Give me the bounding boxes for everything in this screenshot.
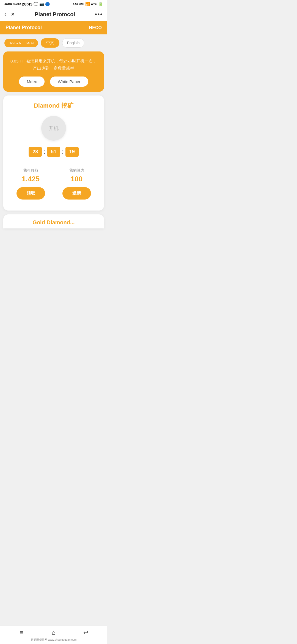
- stats-row: 我可领取 1.425 领取 我的算力 100 邀请: [8, 168, 100, 200]
- status-bar: 4GHD 4GHD 20:43 💬 📷 🔵 0.50 KB/s 📶 43% 🔋: [0, 0, 107, 8]
- notification-icon: 📷: [39, 2, 44, 6]
- timer-minutes: 51: [47, 147, 60, 157]
- partial-card: Gold Diamond...: [3, 214, 104, 228]
- network-speed: 0.50 KB/s: [73, 3, 84, 6]
- banner-chain: HECO: [89, 25, 102, 30]
- earnings-label: 我可领取: [16, 168, 45, 173]
- info-card-buttons: Mdex White Paper: [9, 77, 98, 87]
- app-icon: 🔵: [45, 2, 50, 6]
- timer-seconds: 19: [65, 147, 79, 157]
- info-card-text: 0.03 HT 被消耗用来开机，每24小时开机一次，产出达到一定数量减半: [9, 58, 98, 72]
- nav-bar: ‹ ✕ Planet Protocol •••: [0, 8, 107, 21]
- invite-button[interactable]: 邀请: [62, 187, 91, 200]
- banner-title: Planet Protocol: [6, 25, 42, 31]
- mining-title: Diamond 挖矿: [8, 102, 100, 110]
- power-stat: 我的算力 100 邀请: [62, 168, 91, 200]
- wechat-icon: 💬: [34, 2, 38, 6]
- power-label: 我的算力: [62, 168, 91, 173]
- lang-zh-button[interactable]: 中文: [41, 38, 59, 48]
- wifi-icon: 📶: [85, 2, 90, 6]
- battery-icon: 🔋: [98, 2, 103, 6]
- header-banner: Planet Protocol HECO: [0, 21, 107, 34]
- status-left: 4GHD 4GHD 20:43 💬 📷 🔵: [4, 2, 50, 6]
- partial-card-title: Gold Diamond...: [8, 219, 100, 226]
- address-button[interactable]: 0x957A ... 6e39: [4, 39, 38, 47]
- status-time: 20:43: [22, 2, 32, 6]
- more-button[interactable]: •••: [95, 11, 103, 18]
- timer-row: 23 : 51 : 19: [8, 147, 100, 157]
- signal-2: 4GHD: [13, 2, 21, 6]
- timer-colon-1: :: [43, 149, 45, 155]
- close-button[interactable]: ✕: [11, 11, 15, 17]
- battery-text: 43%: [91, 2, 97, 6]
- mining-card: Diamond 挖矿 开机 23 : 51 : 19 我可领取 1.425 领取…: [3, 95, 104, 211]
- mdex-button[interactable]: Mdex: [19, 77, 45, 87]
- nav-left-icons: ‹ ✕: [4, 11, 15, 18]
- divider: [10, 163, 97, 163]
- info-card: 0.03 HT 被消耗用来开机，每24小时开机一次，产出达到一定数量减半 Mde…: [3, 51, 104, 92]
- power-value: 100: [62, 175, 91, 183]
- status-right: 0.50 KB/s 📶 43% 🔋: [73, 2, 103, 6]
- timer-colon-2: :: [62, 149, 64, 155]
- page-title: Planet Protocol: [35, 11, 75, 18]
- earnings-value: 1.425: [16, 175, 45, 183]
- power-button[interactable]: 开机: [41, 116, 66, 141]
- white-paper-button[interactable]: White Paper: [50, 77, 88, 87]
- claim-button[interactable]: 领取: [16, 187, 45, 200]
- power-button-wrap: 开机: [8, 116, 100, 141]
- controls-row: 0x957A ... 6e39 中文 English: [0, 34, 107, 51]
- timer-hours: 23: [29, 147, 42, 157]
- lang-en-button[interactable]: English: [62, 38, 84, 48]
- signal-1: 4GHD: [4, 2, 12, 6]
- earnings-stat: 我可领取 1.425 领取: [16, 168, 45, 200]
- back-button[interactable]: ‹: [4, 11, 6, 18]
